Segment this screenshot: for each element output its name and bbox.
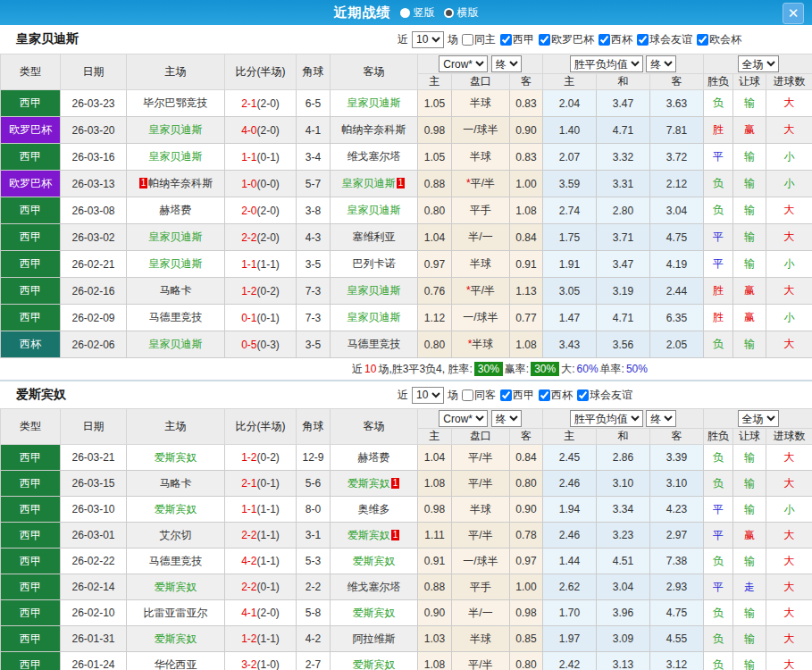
match-row: 西甲26-02-14爱斯宾奴2-2(0-1)2-2维戈塞尔塔0.88平手1.00… bbox=[1, 574, 812, 600]
match-date: 26-03-21 bbox=[61, 445, 127, 471]
home-team-name: 爱斯宾奴 bbox=[155, 451, 197, 464]
result-handicap: 输 bbox=[733, 600, 766, 626]
avg-home: 2.62 bbox=[543, 574, 597, 600]
star-mark: * bbox=[466, 284, 471, 297]
match-row: 西甲26-03-10爱斯宾奴1-1(1-1)8-0奥维多0.98半球0.901.… bbox=[1, 497, 812, 523]
filter-checkbox-球会友谊[interactable] bbox=[577, 389, 589, 401]
halftime-score: (0-2) bbox=[257, 451, 280, 464]
odds-line: 平手 bbox=[452, 197, 510, 224]
odds-away: 0.85 bbox=[510, 626, 543, 652]
result-outcome: 负 bbox=[704, 600, 733, 626]
fulltime-score: 2-0 bbox=[241, 205, 256, 217]
away-team-name: 奥维多 bbox=[358, 503, 390, 515]
result-outcome: 平 bbox=[704, 497, 733, 523]
match-row: 欧罗巴杯26-03-131帕纳辛奈科斯1-0(0-0)5-7皇家贝迪斯10.88… bbox=[1, 171, 812, 197]
avg-draw: 3.31 bbox=[597, 171, 650, 197]
filter-checkbox-欧会杯[interactable] bbox=[697, 34, 708, 46]
odds-source-select[interactable]: Crow* bbox=[439, 410, 488, 427]
odds-state-select[interactable]: 终 bbox=[491, 55, 522, 72]
odds-home: 0.80 bbox=[418, 197, 452, 224]
away-team-name: 皇家贝迪斯 bbox=[347, 284, 401, 297]
radio-vertical-label[interactable]: 竖版 bbox=[414, 5, 435, 21]
score: 1-1(1-1) bbox=[225, 251, 297, 278]
odds-home: 1.04 bbox=[418, 224, 452, 251]
filter-label: 同客 bbox=[474, 388, 496, 403]
result-goals: 大 bbox=[766, 574, 812, 600]
col-away: 客场 bbox=[331, 409, 418, 445]
sub-handicap: 让球 bbox=[733, 429, 766, 445]
home-team-name: 马德里竞技 bbox=[149, 555, 203, 567]
odds-away: 0.80 bbox=[510, 652, 543, 670]
recent-count-select[interactable]: 10 bbox=[412, 387, 444, 404]
odds-state-select[interactable]: 终 bbox=[491, 410, 522, 427]
avg-home: 1.47 bbox=[543, 305, 597, 331]
filter-checkbox-西杯[interactable] bbox=[539, 389, 550, 401]
col-score: 比分(半场) bbox=[225, 54, 297, 90]
odds-home: 0.88 bbox=[418, 574, 452, 600]
away-team: 奥维多 bbox=[331, 497, 418, 523]
match-row: 西甲26-03-23毕尔巴鄂竞技2-1(2-0)6-5皇家贝迪斯1.05半球0.… bbox=[1, 90, 812, 117]
away-team-name: 巴列卡诺 bbox=[353, 257, 396, 270]
radio-horizontal[interactable] bbox=[444, 8, 454, 18]
scope-select[interactable]: 全场 bbox=[738, 55, 779, 72]
radio-vertical[interactable] bbox=[400, 8, 410, 18]
avg-state-select[interactable]: 终 bbox=[646, 410, 676, 427]
filter-checkbox-欧罗巴杯[interactable] bbox=[539, 34, 550, 46]
filter-checkbox-西甲[interactable] bbox=[500, 34, 512, 46]
home-team: 皇家贝迪斯 bbox=[127, 251, 225, 278]
avg-draw: 3.32 bbox=[597, 144, 650, 171]
halftime-score: (2-0) bbox=[257, 124, 280, 137]
home-team: 爱斯宾奴 bbox=[127, 574, 225, 600]
fulltime-score: 1-1 bbox=[241, 151, 256, 163]
away-team-name: 爱斯宾奴 bbox=[347, 477, 390, 490]
fulltime-score: 1-0 bbox=[241, 178, 256, 190]
filter-label: 西杯 bbox=[551, 388, 573, 403]
match-date: 26-02-22 bbox=[61, 549, 127, 574]
close-icon[interactable]: ✕ bbox=[783, 3, 804, 24]
fulltime-score: 1-2 bbox=[241, 285, 256, 297]
sub-handicap: 让球 bbox=[733, 74, 766, 90]
filter-item: 球会友谊 bbox=[573, 388, 632, 403]
result-goals: 大 bbox=[766, 278, 812, 305]
avg-source-select[interactable]: 胜平负均值 bbox=[570, 410, 643, 427]
avg-away: 2.05 bbox=[650, 331, 704, 358]
score: 2-2(1-1) bbox=[225, 523, 297, 549]
summary-text: 大: bbox=[561, 362, 574, 377]
radio-horizontal-label[interactable]: 横版 bbox=[457, 5, 479, 21]
scope-select[interactable]: 全场 bbox=[738, 410, 779, 427]
home-team: 马略卡 bbox=[127, 471, 225, 497]
halftime-score: (0-2) bbox=[257, 285, 280, 297]
odds-away: 0.90 bbox=[510, 117, 543, 144]
halftime-score: (2-0) bbox=[257, 231, 280, 244]
avg-source-select[interactable]: 胜平负均值 bbox=[570, 55, 643, 72]
section-header-espanyol: 爱斯宾奴 近 10 场 同客西甲西杯球会友谊 bbox=[0, 381, 812, 408]
odds-home: 0.80 bbox=[418, 331, 452, 358]
filter-checkbox-西甲[interactable] bbox=[500, 389, 512, 401]
corner-score: 2-2 bbox=[297, 574, 331, 600]
summary-text: 赢率: bbox=[505, 362, 529, 377]
league-badge: 欧罗巴杯 bbox=[1, 171, 61, 197]
avg-home: 1.91 bbox=[543, 251, 597, 278]
recent-count-select[interactable]: 10 bbox=[412, 31, 444, 48]
filter-checkbox-同主[interactable] bbox=[462, 34, 473, 46]
result-goals: 大 bbox=[766, 331, 812, 358]
betis-summary: 近10场,胜3平3负4, 胜率: 30% 赢率: 30% 大:60% 单率:50… bbox=[0, 358, 812, 381]
result-handicap: 输 bbox=[733, 251, 766, 278]
filter-checkbox-同客[interactable] bbox=[462, 389, 473, 401]
result-goals: 大 bbox=[766, 197, 812, 224]
halftime-score: (1-1) bbox=[257, 503, 280, 515]
odds-source-select[interactable]: Crow* bbox=[439, 55, 488, 72]
odds-away: 0.84 bbox=[510, 445, 543, 471]
result-handicap: 赢 bbox=[733, 523, 766, 549]
filter-checkbox-西杯[interactable] bbox=[599, 34, 610, 46]
home-team-name: 皇家贝迪斯 bbox=[149, 123, 203, 136]
avg-state-select[interactable]: 终 bbox=[646, 55, 676, 72]
col-home: 主场 bbox=[127, 409, 225, 445]
score: 4-1(2-0) bbox=[225, 600, 297, 626]
home-team-name: 皇家贝迪斯 bbox=[149, 257, 203, 270]
filter-checkbox-球会友谊[interactable] bbox=[637, 34, 649, 46]
avg-draw: 2.80 bbox=[597, 197, 650, 224]
odds-line: 半球 bbox=[452, 497, 510, 523]
away-team: 爱斯宾奴1 bbox=[331, 471, 418, 497]
page-title: 近期战绩 bbox=[334, 4, 391, 21]
